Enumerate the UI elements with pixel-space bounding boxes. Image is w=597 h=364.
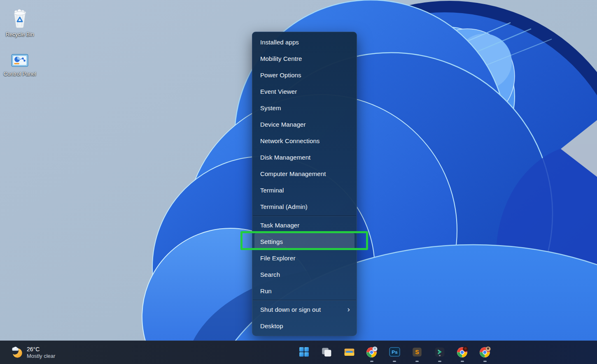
menu-item-file-explorer[interactable]: File Explorer: [252, 250, 357, 266]
folder-icon: [344, 346, 355, 359]
menu-item-terminal[interactable]: Terminal: [252, 182, 357, 198]
taskbar-button-start[interactable]: [295, 343, 313, 363]
menu-item-power-options[interactable]: Power Options: [252, 67, 357, 83]
menu-item-label: Disk Management: [260, 154, 310, 161]
chrome-icon: [457, 346, 468, 359]
taskbar-buttons: Ps S w: [295, 341, 494, 364]
running-indicator: [393, 361, 396, 362]
menu-item-label: Desktop: [260, 322, 283, 329]
svg-text:w: w: [439, 354, 441, 356]
menu-separator: [253, 300, 356, 300]
menu-item-event-viewer[interactable]: Event Viewer: [252, 83, 357, 100]
desktop-icon-label: Control Panel: [4, 71, 36, 77]
taskbar-button-filmora[interactable]: w: [431, 343, 449, 363]
menu-item-device-manager[interactable]: Device Manager: [252, 116, 357, 132]
menu-item-label: System: [260, 104, 281, 111]
desktop: Recycle Bin Control Panel Installed apps…: [0, 0, 597, 364]
menu-item-label: Terminal: [260, 187, 284, 194]
menu-item-label: Installed apps: [260, 39, 299, 46]
taskbar-button-chrome-profile-1[interactable]: [363, 343, 381, 363]
desktop-icon-recycle-bin[interactable]: Recycle Bin: [2, 9, 38, 37]
taskbar-button-sublime-text[interactable]: S: [408, 343, 426, 363]
menu-item-shut-down-or-sign-out[interactable]: Shut down or sign out›: [252, 301, 357, 318]
menu-item-label: Power Options: [260, 72, 301, 79]
menu-item-label: Device Manager: [260, 121, 306, 128]
running-indicator: [438, 361, 441, 362]
menu-item-settings[interactable]: Settings: [254, 233, 354, 250]
taskbar-button-photoshop[interactable]: Ps: [385, 343, 403, 363]
desktop-icon-label: Recycle Bin: [6, 32, 34, 37]
svg-text:Ps: Ps: [392, 349, 398, 355]
weather-condition: Mostly clear: [27, 353, 55, 359]
control-panel-icon: [11, 53, 28, 70]
winx-quick-link-menu: Installed appsMobility CentrePower Optio…: [252, 32, 357, 336]
menu-item-computer-management[interactable]: Computer Management: [252, 165, 357, 182]
windows-start-icon: [299, 347, 309, 359]
menu-item-search[interactable]: Search: [252, 266, 357, 283]
running-indicator: [461, 361, 464, 362]
filmora-icon: w: [434, 347, 445, 359]
taskbar: 26°C Mostly clear: [0, 341, 597, 364]
taskbar-button-task-view[interactable]: [317, 343, 336, 363]
recycle-bin-icon: [12, 9, 28, 30]
menu-item-label: Settings: [260, 238, 283, 245]
menu-item-terminal-admin[interactable]: Terminal (Admin): [252, 198, 357, 215]
taskbar-button-chrome-profile-3[interactable]: [476, 343, 494, 363]
menu-item-task-manager[interactable]: Task Manager: [252, 217, 357, 233]
running-indicator: [483, 361, 487, 362]
task-view-icon: [321, 347, 332, 359]
taskbar-button-chrome-profile-2[interactable]: [453, 343, 471, 363]
chrome-icon: [366, 346, 378, 359]
menu-item-label: File Explorer: [260, 255, 296, 262]
moon-cloud-icon: [9, 345, 23, 361]
chevron-right-icon: ›: [347, 305, 350, 313]
menu-item-system[interactable]: System: [252, 100, 357, 116]
svg-text:S: S: [415, 349, 419, 355]
photoshop-icon: Ps: [389, 346, 400, 359]
menu-item-run[interactable]: Run: [252, 283, 357, 299]
running-indicator: [415, 361, 419, 362]
chrome-icon: [479, 346, 491, 359]
menu-item-label: Computer Management: [260, 170, 326, 177]
menu-item-label: Shut down or sign out: [260, 306, 321, 313]
sublime-text-icon: S: [412, 347, 422, 359]
menu-item-label: Terminal (Admin): [260, 203, 308, 210]
menu-item-disk-management[interactable]: Disk Management: [252, 149, 357, 165]
menu-item-label: Mobility Centre: [260, 55, 302, 62]
taskbar-button-file-explorer[interactable]: [340, 343, 358, 363]
running-indicator: [370, 361, 373, 362]
menu-item-mobility-centre[interactable]: Mobility Centre: [252, 50, 357, 67]
menu-item-label: Task Manager: [260, 222, 299, 229]
menu-item-label: Search: [260, 271, 280, 278]
menu-item-label: Network Connections: [260, 137, 319, 144]
menu-item-installed-apps[interactable]: Installed apps: [252, 34, 357, 50]
weather-widget[interactable]: 26°C Mostly clear: [4, 341, 60, 364]
menu-separator: [253, 216, 356, 216]
menu-item-label: Event Viewer: [260, 88, 297, 95]
menu-item-network-connections[interactable]: Network Connections: [252, 132, 357, 149]
menu-item-label: Run: [260, 287, 272, 294]
weather-temperature: 26°C: [27, 346, 55, 353]
desktop-icon-control-panel[interactable]: Control Panel: [2, 53, 38, 77]
menu-item-desktop[interactable]: Desktop: [252, 318, 357, 334]
